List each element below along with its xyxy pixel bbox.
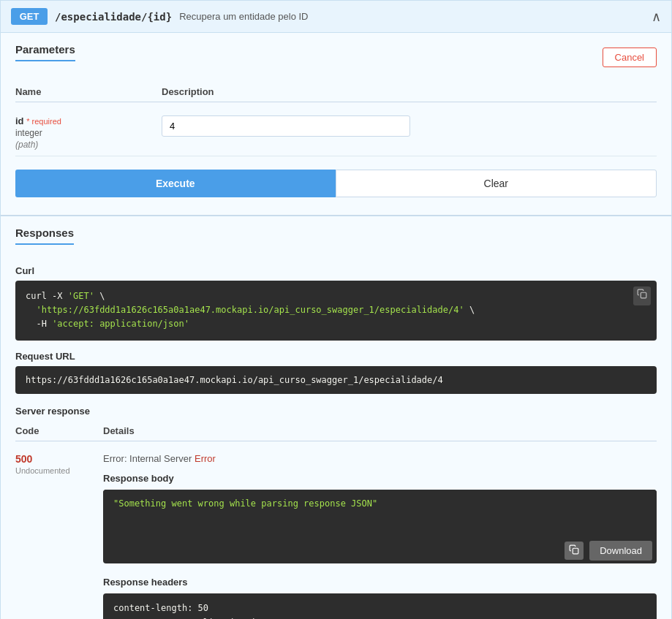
server-response-section: Server response Code Details 500 Undocum… [15,406,657,619]
response-table-header: Code Details [15,421,657,441]
response-header-line1: content-length: 50 [113,601,646,615]
svg-rect-1 [573,548,578,554]
svg-rect-0 [641,292,646,298]
responses-title: Responses [15,227,74,245]
responses-section: Responses Curl curl -X 'GET' \ 'https://… [1,216,671,619]
params-table-header: Name Description [15,82,657,102]
param-name: id [15,115,24,126]
request-url-block: https://63fddd1a1626c165a0a1ae47.mockapi… [15,366,657,394]
param-id-input[interactable] [162,115,410,137]
action-buttons: Execute Clear [15,170,657,197]
method-badge: GET [11,8,48,25]
param-input-col [162,115,657,137]
api-container: GET /especialidade/{id} Recupera um enti… [0,0,672,619]
download-area: Download [103,538,657,563]
param-location: (path) [15,140,162,150]
params-col-description: Description [162,86,657,97]
request-url-value: https://63fddd1a1626c165a0a1ae47.mockapi… [26,375,443,385]
collapse-button[interactable]: ∧ [652,9,661,25]
server-response-title: Server response [15,406,657,417]
response-col-code: Code [15,425,103,436]
response-row-500: 500 Undocumented Error: Internal Server … [15,447,657,619]
response-details-col: Error: Internal Server Error Response bo… [103,453,657,619]
response-body-title: Response body [103,473,657,484]
parameters-title: Parameters [15,43,75,61]
param-row-id: id * required integer (path) [15,110,657,156]
response-body-content: "Something went wrong while parsing resp… [113,498,377,509]
param-name-label: id * required [15,115,162,126]
response-header-line2: content-type: application/json [113,615,646,619]
param-required-label: * required [26,117,61,126]
error-suffix: Error [195,453,216,464]
endpoint-description: Recupera um entidade pelo ID [179,11,644,22]
param-name-col: id * required integer (path) [15,115,162,150]
param-type: integer [15,128,162,138]
response-code-col: 500 Undocumented [15,453,103,475]
response-copy-icon[interactable] [565,542,584,560]
cancel-button[interactable]: Cancel [603,48,657,67]
error-prefix: Error: Internal Server [103,453,195,464]
curl-title: Curl [15,265,657,276]
request-url-section: Request URL https://63fddd1a1626c165a0a1… [15,351,657,394]
curl-line1: curl -X 'GET' \ [26,289,646,303]
parameters-section: Parameters Cancel Name Description id * … [1,33,671,215]
response-headers-title: Response headers [103,577,657,588]
download-button[interactable]: Download [589,541,652,561]
params-col-name: Name [15,86,162,97]
curl-line2: 'https://63fddd1a1626c165a0a1ae47.mockap… [26,303,646,317]
clear-button[interactable]: Clear [336,170,657,197]
response-code-label: Undocumented [15,466,103,475]
curl-code-block: curl -X 'GET' \ 'https://63fddd1a1626c16… [15,281,657,341]
response-body-block: "Something went wrong while parsing resp… [103,490,657,533]
parameters-section-header: Parameters Cancel [15,43,657,72]
endpoint-path: /especialidade/{id} [55,11,172,23]
curl-section: Curl curl -X 'GET' \ 'https://63fddd1a16… [15,265,657,341]
curl-copy-icon[interactable] [633,286,651,305]
response-body-wrapper: "Something went wrong while parsing resp… [103,490,657,563]
api-header: GET /especialidade/{id} Recupera um enti… [1,1,671,33]
execute-button[interactable]: Execute [15,170,336,197]
request-url-title: Request URL [15,351,657,362]
curl-line3: -H 'accept: application/json' [26,317,646,331]
response-col-details: Details [103,425,657,436]
error-text: Error: Internal Server Error [103,453,657,464]
response-code-value: 500 [15,453,103,465]
response-headers-block: content-length: 50 content-type: applica… [103,593,657,619]
